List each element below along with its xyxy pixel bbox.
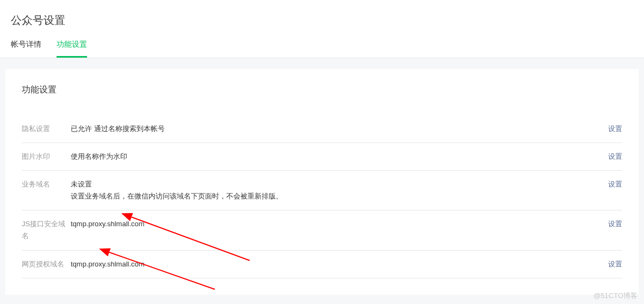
tab-account-details[interactable]: 帐号详情 (11, 40, 41, 58)
setting-value-main: 未设置 (71, 180, 92, 188)
settings-panel: 功能设置 隐私设置 已允许 通过名称搜索到本帐号 设置 图片水印 使用名称作为水… (5, 69, 639, 295)
setting-row-business-domain: 业务域名 未设置 设置业务域名后，在微信内访问该域名下页面时，不会被重新排版。 … (22, 171, 622, 210)
setting-label: JS接口安全域名 (22, 218, 71, 242)
setting-label: 隐私设置 (22, 123, 71, 135)
setting-label: 业务域名 (22, 178, 71, 190)
setting-value: 未设置 设置业务域名后，在微信内访问该域名下页面时，不会被重新排版。 (71, 178, 595, 202)
setting-row-webauth-domain: 网页授权域名 tqmp.proxy.shlmall.com 设置 (22, 251, 622, 278)
page-header: 公众号设置 帐号详情 功能设置 (0, 0, 644, 58)
panel-title: 功能设置 (22, 84, 622, 96)
tabs: 帐号详情 功能设置 (11, 40, 633, 58)
setting-action-link[interactable]: 设置 (608, 260, 622, 268)
watermark-text: @51CTO博客 (593, 291, 637, 301)
setting-row-js-domain: JS接口安全域名 tqmp.proxy.shlmall.com 设置 (22, 210, 622, 250)
setting-action-link[interactable]: 设置 (608, 152, 622, 160)
setting-row-watermark: 图片水印 使用名称作为水印 设置 (22, 143, 622, 171)
setting-label: 图片水印 (22, 151, 71, 163)
setting-value: 使用名称作为水印 (71, 151, 595, 163)
setting-action-link[interactable]: 设置 (608, 125, 622, 133)
setting-action-link[interactable]: 设置 (608, 220, 622, 228)
setting-value-sub: 设置业务域名后，在微信内访问该域名下页面时，不会被重新排版。 (71, 190, 595, 202)
setting-value: tqmp.proxy.shlmall.com (71, 258, 595, 270)
setting-label: 网页授权域名 (22, 258, 71, 270)
setting-action-link[interactable]: 设置 (608, 180, 622, 188)
page-title: 公众号设置 (11, 13, 633, 28)
setting-value: 已允许 通过名称搜索到本帐号 (71, 123, 595, 135)
setting-row-privacy: 隐私设置 已允许 通过名称搜索到本帐号 设置 (22, 115, 622, 143)
tab-function-settings[interactable]: 功能设置 (57, 40, 87, 58)
setting-value: tqmp.proxy.shlmall.com (71, 218, 595, 230)
